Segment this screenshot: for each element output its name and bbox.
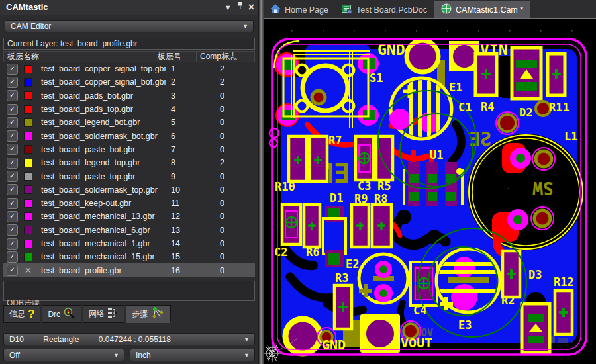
layer-number: 5	[166, 118, 208, 127]
tab-camtastic[interactable]: CAMtastic1.Cam *	[434, 1, 530, 18]
close-icon[interactable]: ×	[248, 1, 254, 13]
resistor-r2	[503, 251, 520, 297]
layer-color-swatch[interactable]	[24, 65, 32, 73]
label-r8: R8	[374, 192, 387, 205]
layer-color-swatch[interactable]	[24, 253, 32, 261]
tab-home-page[interactable]: Home Page	[264, 2, 335, 18]
layer-table: 板层名称 板层号 Comp标志 ✓ test_board_copper_sign…	[3, 51, 255, 277]
layer-row[interactable]: ✓ test_board_pads_top.gbr 4 0	[3, 103, 255, 116]
layer-visibility-checkbox[interactable]: ✓	[7, 238, 18, 250]
panel-dropdown-icon[interactable]: ▼	[224, 1, 232, 13]
layer-color-swatch[interactable]	[24, 118, 32, 127]
layer-color-swatch[interactable]	[24, 159, 32, 167]
layer-row[interactable]: ✓ test_board_mechanical_13.gbr 12 0	[3, 210, 255, 223]
current-layer-label: Current Layer: test_board_profile.gbr	[3, 38, 255, 50]
label-c4: C4	[413, 304, 426, 317]
steps-graph-icon	[150, 306, 165, 322]
layer-comp-flag: 0	[208, 226, 255, 235]
layer-number: 14	[166, 239, 208, 248]
layer-visibility-checkbox[interactable]: ✓	[7, 77, 18, 88]
layer-row[interactable]: ✓ test_board_legend_top.gbr 8 2	[3, 156, 255, 169]
layer-number: 15	[166, 252, 208, 261]
layer-color-swatch[interactable]	[24, 226, 32, 234]
layer-visibility-checkbox[interactable]: ✓	[7, 130, 18, 142]
tab-pcbdoc[interactable]: Test Board.PcbDoc	[335, 2, 434, 18]
layer-comp-flag: 0	[208, 185, 255, 195]
layer-comp-flag: 0	[208, 252, 255, 261]
tab-steps[interactable]: 步骤	[126, 305, 171, 323]
layer-row[interactable]: ✓ test_board_mechanical_15.gbr 15 0	[3, 250, 255, 263]
editor-mode-select[interactable]: CAM Editor ▼	[5, 20, 254, 32]
layer-visibility-checkbox[interactable]: ✓	[7, 211, 18, 222]
aperture-select[interactable]: D10 Rectangle 0.047244 : 0.055118 ▼	[3, 333, 255, 345]
layer-row[interactable]: ✓ test_board_keep-out.gbr 11 0	[3, 197, 255, 210]
layer-visibility-checkbox[interactable]: ✓	[7, 198, 18, 209]
layer-row[interactable]: ✓ test_board_copper_signal_top.gbr 1 2	[3, 62, 255, 75]
label-c3: C3	[358, 179, 371, 193]
layer-number: 12	[166, 212, 208, 221]
tab-camtastic-label: CAMtastic1.Cam *	[456, 5, 523, 15]
panel-splitter[interactable]	[259, 0, 264, 364]
layer-row[interactable]: ✓ test_board_soldermask_top.gbr 10 0	[3, 183, 255, 197]
layer-visibility-checkbox[interactable]: ✓	[7, 158, 18, 169]
layer-visibility-checkbox[interactable]: ✓	[7, 265, 18, 276]
layer-name: test_board_legend_bot.gbr	[41, 118, 166, 127]
layer-color-swatch[interactable]	[24, 91, 32, 100]
tab-info[interactable]: 信息 ?	[3, 305, 40, 323]
layer-visibility-checkbox[interactable]: ✓	[7, 251, 18, 263]
layer-row[interactable]: ✓ test_board_copper_signal_bot.gbr 2 2	[3, 75, 255, 89]
snap-select[interactable]: Off ▼	[3, 349, 124, 361]
question-icon: ?	[28, 308, 34, 320]
layer-color-swatch[interactable]	[24, 105, 32, 114]
col-layer-num[interactable]: 板层号	[154, 52, 196, 62]
layer-name: test_board_mechanical_13.gbr	[41, 212, 166, 221]
layer-visibility-checkbox[interactable]: ✓	[7, 64, 18, 75]
layer-name: test_board_pads_top.gbr	[41, 105, 166, 114]
layer-name: test_board_soldermask_bot.gbr	[41, 132, 166, 141]
layer-name: test_board_mechanical_6.gbr	[41, 226, 166, 235]
col-comp-flag[interactable]: Comp标志	[196, 52, 254, 62]
layer-visibility-checkbox[interactable]: ✓	[7, 224, 18, 236]
tab-drc-label: Drc	[48, 310, 60, 319]
layer-visibility-checkbox[interactable]: ✓	[7, 184, 18, 195]
label-r9: R9	[354, 192, 368, 205]
layer-color-swatch[interactable]	[24, 78, 32, 87]
layer-color-swatch[interactable]	[24, 172, 32, 181]
layer-number: 11	[166, 199, 208, 208]
label-l1: L1	[564, 130, 577, 143]
layer-color-swatch[interactable]: ✕	[24, 266, 32, 275]
layer-row[interactable]: ✓ test_board_mechanical_1.gbr 14 0	[3, 237, 255, 250]
label-r5: R5	[377, 179, 391, 193]
tab-drc[interactable]: Drc	[42, 305, 81, 323]
pin-icon[interactable]	[236, 1, 244, 13]
layer-visibility-checkbox[interactable]: ✓	[7, 171, 18, 182]
layer-row[interactable]: ✓ test_board_soldermask_bot.gbr 6 0	[3, 129, 255, 142]
layer-color-swatch[interactable]	[24, 199, 32, 208]
tab-home-label: Home Page	[285, 5, 328, 15]
layer-row[interactable]: ✓ test_board_mechanical_6.gbr 13 0	[3, 224, 255, 237]
layer-color-swatch[interactable]	[24, 212, 32, 221]
layer-color-swatch[interactable]	[24, 132, 32, 140]
layer-comp-flag: 2	[208, 158, 255, 167]
layer-row[interactable]: ✓ ✕ test_board_profile.gbr 16 0	[3, 263, 255, 277]
layer-name: test_board_copper_signal_bot.gbr	[41, 77, 166, 87]
cam-workspace[interactable]: SW EN SE VOUT	[264, 18, 596, 364]
layer-color-swatch[interactable]	[24, 185, 32, 194]
layer-row[interactable]: ✓ test_board_paste_top.gbr 9 0	[3, 169, 255, 183]
label-r3: R3	[335, 271, 348, 285]
layer-color-swatch[interactable]	[24, 240, 32, 248]
layer-comp-flag: 2	[208, 77, 255, 87]
layer-visibility-checkbox[interactable]: ✓	[7, 90, 18, 101]
units-select[interactable]: Inch ▼	[130, 349, 255, 361]
col-layer-name[interactable]: 板层名称	[4, 52, 154, 62]
layer-row[interactable]: ✓ test_board_pads_bot.gbr 3 0	[3, 89, 255, 103]
aperture-code: D10	[9, 335, 24, 344]
layer-row[interactable]: ✓ test_board_legend_bot.gbr 5 0	[3, 116, 255, 129]
layer-row[interactable]: ✓ test_board_paste_bot.gbr 7 0	[3, 143, 255, 156]
layer-visibility-checkbox[interactable]: ✓	[7, 104, 18, 115]
tab-nets[interactable]: 网络	[83, 305, 124, 323]
layer-visibility-checkbox[interactable]: ✓	[7, 117, 18, 128]
layer-color-swatch[interactable]	[24, 145, 32, 154]
layer-visibility-checkbox[interactable]: ✓	[7, 144, 18, 155]
label-r2: R2	[501, 294, 515, 307]
